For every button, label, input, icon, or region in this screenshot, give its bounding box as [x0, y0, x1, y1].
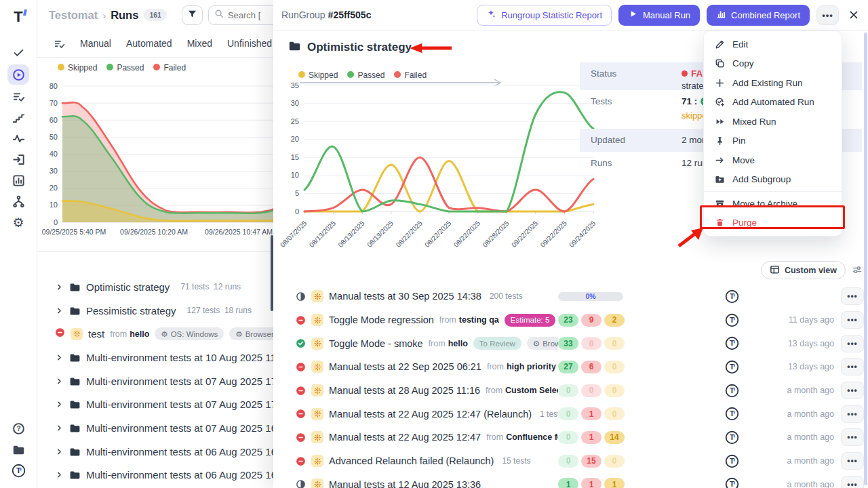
run-row[interactable]: Manual tests at 12 Aug 2025 13:36 1 1 1 …	[273, 473, 864, 488]
group-label[interactable]: Pessimistic strategy	[86, 305, 176, 317]
run-more-button[interactable]: •••	[841, 311, 864, 329]
run-title[interactable]: Manual tests at 28 Aug 2025 11:16	[329, 385, 480, 396]
chevron-right-icon[interactable]	[55, 470, 64, 479]
svg-text:08/28/2025: 08/28/2025	[481, 219, 510, 248]
breadcrumb-page[interactable]: Runs	[111, 9, 138, 22]
group-label[interactable]: Multi-environment tests at 10 Aug 2025 1…	[86, 352, 273, 363]
menu-item-pin[interactable]: Pin	[704, 131, 842, 151]
rungroup-actions: Rungroup Statistic ReportManual RunCombi…	[477, 5, 859, 26]
menu-item-move[interactable]: Move	[704, 150, 842, 170]
tree-group-row[interactable]: Multi-environment tests at 07 Aug 2025 1…	[37, 416, 273, 440]
tree-group-row[interactable]: Multi-environment tests at 06 Aug 2025 1…	[37, 464, 273, 487]
rail-branch-icon[interactable]	[7, 191, 29, 212]
group-label[interactable]: Multi-environment tests at 07 Aug 2025 1…	[86, 375, 273, 387]
chevron-right-icon[interactable]	[55, 306, 64, 315]
rail-avatar-logo-icon[interactable]: T	[7, 460, 29, 481]
search-input[interactable]	[228, 10, 263, 20]
right-scrollbar-thumb[interactable]	[864, 33, 867, 485]
menu-item-mixed-run[interactable]: Mixed Run	[704, 112, 842, 131]
run-title[interactable]: Manual tests at 22 Aug 2025 12:47 (Relau…	[329, 409, 532, 420]
run-title[interactable]: Advanced Relaunch failed (Relaunch)	[329, 455, 494, 466]
rail-pulse-icon[interactable]	[7, 128, 29, 149]
run-more-button[interactable]: •••	[841, 476, 864, 488]
app-logo-icon[interactable]: T	[14, 5, 22, 28]
group-label[interactable]: Multi-environment tests at 07 Aug 2025 1…	[86, 422, 273, 434]
run-more-button[interactable]: •••	[841, 382, 864, 399]
menu-item-copy[interactable]: Copy	[704, 54, 842, 74]
svg-text:09/26/2025 10:20 AM: 09/26/2025 10:20 AM	[120, 228, 188, 236]
chevron-right-icon[interactable]	[55, 353, 64, 362]
tree-group-row[interactable]: Pessimistic strategy127 tests 18 runs	[37, 299, 273, 323]
chevron-right-icon[interactable]	[55, 424, 64, 432]
tree-run-row[interactable]: test fromhello⚙OS: Windows⚙Browser: Chro…	[37, 322, 273, 346]
tree-group-row[interactable]: Multi-environment tests at 10 Aug 2025 1…	[37, 346, 273, 369]
run-row[interactable]: Toggle Mode regressionfromtesting qaEsti…	[273, 308, 864, 332]
rail-report-icon[interactable]	[7, 170, 29, 191]
run-more-button[interactable]: •••	[841, 335, 864, 352]
tab-unfinished[interactable]: Unfinished	[227, 38, 272, 49]
rail-run-icon[interactable]	[7, 64, 29, 85]
run-more-button[interactable]: •••	[841, 428, 864, 446]
run-row[interactable]: Manual tests at 22 Sep 2025 06:21fromhig…	[273, 355, 864, 379]
rail-steps-icon[interactable]	[7, 107, 29, 128]
tree-group-row[interactable]: Optimistic strategy71 tests 12 runs	[37, 275, 273, 299]
rail-folder-dark-icon[interactable]	[7, 439, 29, 460]
menu-item-edit[interactable]: Edit	[704, 35, 842, 54]
more-actions-button[interactable]: •••	[816, 5, 839, 25]
run-row[interactable]: Manual tests at 22 Aug 2025 12:47fromCon…	[273, 426, 864, 449]
run-more-button[interactable]: •••	[841, 405, 864, 423]
tab-manual[interactable]: Manual	[80, 38, 111, 49]
run-badge: ⚙Browser: Firefox	[527, 337, 558, 350]
chevron-right-icon[interactable]	[55, 377, 64, 386]
tab-mixed[interactable]: Mixed	[187, 38, 212, 49]
select-runs-icon[interactable]	[54, 38, 65, 49]
menu-item-move-to-archive[interactable]: Move to Archive	[704, 194, 842, 214]
run-row[interactable]: Manual tests at 28 Aug 2025 11:16fromCus…	[273, 379, 864, 403]
search-box[interactable]	[208, 5, 273, 25]
breadcrumb-app[interactable]: Testomat	[49, 9, 98, 22]
rail-gear-icon[interactable]: ⚙	[7, 212, 29, 233]
run-more-button[interactable]: •••	[841, 452, 864, 470]
rail-help-icon[interactable]: ?	[7, 418, 29, 439]
run-row[interactable]: Manual tests at 22 Aug 2025 12:47 (Relau…	[273, 402, 864, 426]
run-title[interactable]: Manual tests at 12 Aug 2025 13:36	[329, 479, 481, 488]
menu-item-add-subgroup[interactable]: Add Subgroup	[704, 170, 842, 190]
tree-group-row[interactable]: Multi-environment tests at 07 Aug 2025 1…	[37, 369, 273, 393]
run-title[interactable]: Manual tests at 30 Sep 2025 14:38	[329, 291, 481, 302]
chevron-right-icon[interactable]	[55, 400, 64, 409]
view-settings-icon[interactable]	[852, 264, 863, 278]
tree-group-row[interactable]: Multi-environment tests at 06 Aug 2025 1…	[37, 440, 273, 464]
run-title[interactable]: Toggle Mode regression	[329, 314, 434, 325]
group-label[interactable]: Multi-environment tests at 07 Aug 2025 1…	[86, 399, 273, 410]
passed-count: 0	[558, 384, 578, 397]
run-label[interactable]: test	[88, 328, 104, 340]
group-label[interactable]: Multi-environment tests at 06 Aug 2025 1…	[86, 469, 273, 481]
menu-item-purge[interactable]: Purge	[704, 214, 842, 233]
rail-import-icon[interactable]	[7, 149, 29, 170]
rail-check-icon[interactable]	[7, 42, 29, 63]
run-row[interactable]: Advanced Relaunch failed (Relaunch)15 te…	[273, 449, 864, 473]
chevron-right-icon[interactable]	[55, 447, 64, 456]
menu-item-add-automated-run[interactable]: Add Automated Run	[704, 93, 842, 113]
run-more-button[interactable]: •••	[841, 358, 864, 375]
close-panel-icon[interactable]	[848, 9, 859, 20]
filter-button[interactable]	[182, 5, 203, 25]
tree-group-row[interactable]: Multi-environment tests at 07 Aug 2025 1…	[37, 392, 273, 416]
tab-automated[interactable]: Automated	[126, 38, 172, 49]
menu-item-add-existing-run[interactable]: Add Existing Run	[704, 73, 842, 93]
rail-list-check-icon[interactable]	[7, 86, 29, 107]
svg-text:08/13/2025: 08/13/2025	[308, 219, 337, 248]
run-more-button[interactable]: •••	[841, 287, 864, 305]
run-title[interactable]: Toggle Mode - smoke	[329, 338, 423, 349]
chevron-right-icon[interactable]	[55, 283, 64, 291]
combined-report-button[interactable]: Combined Report	[707, 5, 810, 26]
run-row[interactable]: Toggle Mode - smokefromhelloTo Review⚙Br…	[273, 331, 864, 355]
rungroup-statistic-report-button[interactable]: Rungroup Statistic Report	[477, 5, 612, 26]
group-label[interactable]: Multi-environment tests at 06 Aug 2025 1…	[86, 446, 273, 458]
run-row[interactable]: Manual tests at 30 Sep 2025 14:38200 tes…	[273, 285, 864, 308]
manual-run-button[interactable]: Manual Run	[618, 5, 700, 26]
custom-view-button[interactable]: Custom view	[761, 261, 846, 279]
group-label[interactable]: Optimistic strategy	[86, 281, 170, 293]
run-title[interactable]: Manual tests at 22 Sep 2025 06:21	[329, 361, 481, 372]
run-title[interactable]: Manual tests at 22 Aug 2025 12:47	[329, 432, 481, 443]
